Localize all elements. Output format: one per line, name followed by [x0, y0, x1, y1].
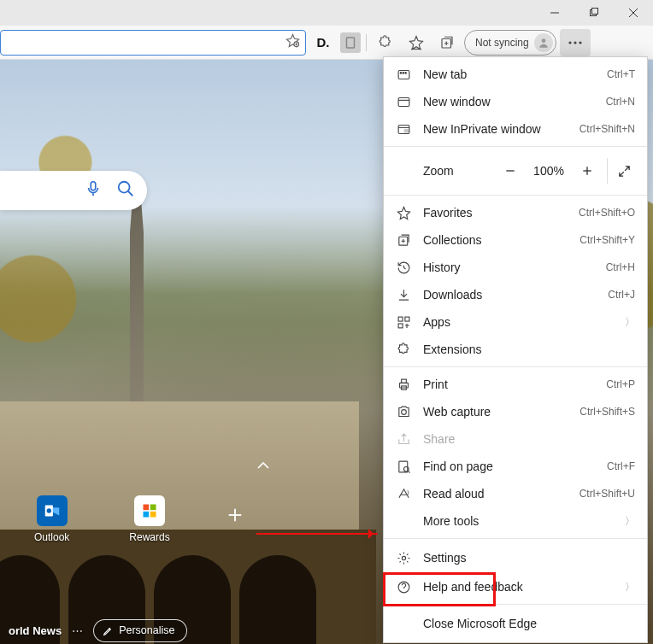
- minimize-button[interactable]: [535, 0, 574, 26]
- chevron-right-icon: 〉: [625, 580, 635, 594]
- svg-rect-38: [404, 317, 409, 321]
- tile-label: Rewards: [129, 531, 169, 543]
- menu-separator: [384, 538, 647, 539]
- menu-read-aloud[interactable]: Read aloud Ctrl+Shift+U: [384, 480, 647, 507]
- svg-point-47: [402, 556, 405, 559]
- chevron-right-icon: 〉: [625, 315, 635, 330]
- personalise-button[interactable]: Personalise: [93, 619, 187, 642]
- menu-help[interactable]: Help and feedback 〉: [384, 573, 647, 600]
- svg-point-11: [574, 41, 576, 44]
- menu-more-tools[interactable]: More tools 〉: [384, 507, 647, 535]
- extension-d-icon[interactable]: D.: [309, 29, 337, 56]
- svg-point-26: [403, 72, 403, 73]
- tile-label: Outlook: [34, 531, 69, 543]
- sync-label: Not syncing: [475, 37, 529, 49]
- share-icon: [396, 432, 411, 447]
- favorite-star-icon[interactable]: [285, 33, 300, 51]
- menu-history[interactable]: History Ctrl+H: [384, 254, 647, 281]
- expand-chevron-icon[interactable]: [256, 458, 270, 473]
- new-tab-icon: [396, 67, 411, 82]
- read-aloud-icon: [396, 487, 411, 501]
- reader-icon[interactable]: [340, 32, 361, 53]
- maximize-button[interactable]: [574, 0, 614, 26]
- favorites-icon[interactable]: [403, 29, 430, 56]
- menu-new-window[interactable]: New window Ctrl+N: [384, 88, 647, 115]
- svg-point-43: [401, 409, 406, 414]
- menu-favorites[interactable]: Favorites Ctrl+Shift+O: [384, 199, 647, 226]
- tile-outlook[interactable]: Outlook: [34, 495, 69, 543]
- menu-settings[interactable]: Settings: [384, 542, 647, 573]
- svg-point-9: [541, 38, 545, 43]
- print-icon: [396, 378, 411, 392]
- menu-downloads[interactable]: Downloads Ctrl+J: [384, 281, 647, 308]
- news-label: orld News: [9, 624, 62, 637]
- menu-separator: [384, 195, 647, 196]
- collections-icon[interactable]: [433, 29, 461, 56]
- address-bar[interactable]: [0, 30, 306, 56]
- download-icon: [396, 288, 411, 302]
- zoom-out-button[interactable]: [496, 156, 525, 185]
- apps-icon: [396, 315, 411, 330]
- rewards-icon: [134, 495, 165, 526]
- svg-rect-20: [144, 512, 150, 518]
- svg-rect-32: [404, 129, 408, 132]
- zoom-in-button[interactable]: [573, 156, 602, 185]
- outlook-icon: [37, 495, 68, 526]
- svg-rect-6: [347, 38, 355, 48]
- svg-point-17: [46, 508, 51, 513]
- svg-rect-24: [398, 70, 409, 79]
- avatar-icon: [534, 33, 553, 52]
- inprivate-icon: [396, 122, 411, 137]
- history-icon: [396, 261, 411, 275]
- svg-point-27: [404, 72, 405, 73]
- svg-rect-39: [398, 323, 403, 327]
- star-icon: [396, 206, 411, 220]
- browser-toolbar: D. Not syncing: [0, 26, 653, 60]
- chevron-right-icon: 〉: [625, 514, 635, 529]
- tile-rewards[interactable]: Rewards: [129, 495, 169, 543]
- profile-sync-button[interactable]: Not syncing: [464, 30, 556, 56]
- menu-new-inprivate[interactable]: New InPrivate window Ctrl+Shift+N: [384, 115, 647, 143]
- menu-extensions[interactable]: Extensions: [384, 336, 647, 363]
- annotation-arrow: [256, 533, 378, 535]
- search-box[interactable]: [0, 171, 147, 210]
- settings-menu: New tab Ctrl+T New window Ctrl+N New InP…: [383, 56, 648, 643]
- extensions-icon[interactable]: [372, 29, 399, 56]
- menu-apps[interactable]: Apps 〉: [384, 308, 647, 336]
- more-menu-button[interactable]: [560, 29, 591, 56]
- help-icon: [396, 580, 411, 594]
- menu-separator: [384, 146, 647, 147]
- menu-share: Share: [384, 425, 647, 453]
- zoom-value: 100%: [525, 164, 573, 178]
- menu-collections[interactable]: Collections Ctrl+Shift+Y: [384, 226, 647, 254]
- new-window-icon: [396, 95, 411, 109]
- voice-search-icon[interactable]: [84, 179, 103, 202]
- svg-rect-19: [150, 505, 156, 511]
- menu-print[interactable]: Print Ctrl+P: [384, 371, 647, 398]
- svg-rect-13: [91, 182, 96, 190]
- svg-rect-37: [398, 317, 403, 321]
- svg-point-25: [400, 72, 401, 73]
- quick-tiles: Outlook Rewards: [34, 495, 170, 543]
- svg-rect-41: [401, 379, 406, 383]
- svg-line-46: [408, 471, 409, 472]
- menu-web-capture[interactable]: Web capture Ctrl+Shift+S: [384, 398, 647, 425]
- svg-point-10: [568, 41, 571, 44]
- svg-point-14: [119, 182, 130, 193]
- svg-rect-28: [398, 97, 409, 106]
- menu-new-tab[interactable]: New tab Ctrl+T: [384, 61, 647, 88]
- menu-close-edge[interactable]: Close Microsoft Edge: [384, 608, 647, 639]
- svg-rect-2: [592, 9, 598, 15]
- svg-rect-18: [144, 505, 150, 511]
- fullscreen-button[interactable]: [609, 156, 638, 185]
- menu-find[interactable]: Find on page Ctrl+F: [384, 453, 647, 480]
- search-icon[interactable]: [116, 179, 135, 202]
- collections-menu-icon: [396, 233, 411, 248]
- close-button[interactable]: [614, 0, 653, 26]
- find-icon: [396, 460, 411, 474]
- add-tile-button[interactable]: [222, 502, 248, 528]
- gear-icon: [396, 551, 411, 565]
- svg-rect-40: [399, 383, 408, 388]
- menu-zoom: Zoom 100%: [384, 150, 647, 191]
- svg-rect-21: [150, 512, 156, 518]
